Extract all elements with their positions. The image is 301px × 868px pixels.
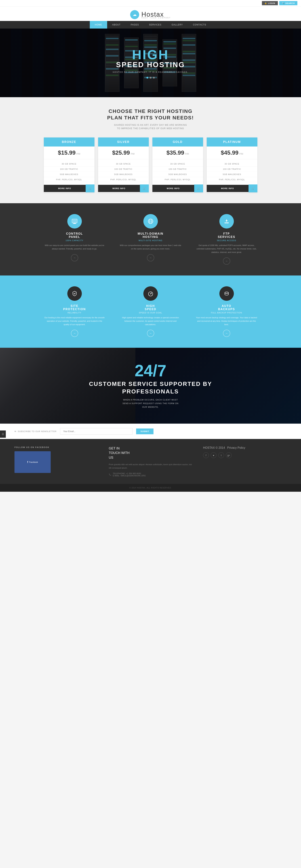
nav-item-about[interactable]: ABOUT [107, 21, 126, 29]
hero-title-main: SPEED HOSTING [113, 61, 188, 69]
feature-item: PHP, PERL/CGI, MYSQL [153, 177, 203, 182]
high-speed-icon [143, 286, 158, 301]
control-panel-icon [67, 214, 82, 228]
nav-item-services[interactable]: SERVICES [144, 21, 166, 29]
hero-dot-3[interactable] [153, 77, 155, 79]
multi-domain-title: MULTI-DOMAINHOSTING [138, 232, 163, 239]
nav-item-home[interactable]: HOME [90, 21, 107, 29]
feature-item: 5GB MAILBOXES [207, 172, 257, 177]
footer-contact-title: GET INTOUCH WITHUS [109, 446, 192, 460]
platinum-more-info-button[interactable]: MORE INFO [207, 185, 248, 192]
lock-icon: 🔒 [265, 2, 267, 4]
bronze-more-info-button[interactable]: MORE INFO [44, 185, 86, 192]
multi-domain-desc: With our comprehensive packages you can … [120, 244, 181, 250]
high-speed-title: HIGHSPEED [145, 304, 156, 311]
control-panel-desc: With our easy-to-use control panel you c… [44, 244, 105, 250]
rss-social-icon[interactable]: ● [211, 452, 217, 458]
plan-gold-features: 30 GB SPACE 100 GB TRAFFIC 5GB MAILBOXES… [153, 159, 203, 184]
plan-platinum-period: P/M [239, 153, 243, 155]
logo-area: ☁ Hostax HOST YOUR COMPANY [130, 10, 171, 19]
facebook-social-icon[interactable]: f [203, 452, 209, 458]
logo-icon: ☁ [130, 10, 139, 19]
newsletter-input[interactable] [60, 428, 133, 435]
feature-item: 30 GB SPACE [98, 161, 149, 166]
ftp-link[interactable]: → [223, 257, 230, 265]
search-button[interactable]: 🔍 SEARCH [279, 1, 297, 5]
search-icon: 🔍 [282, 2, 284, 4]
silver-more-info-button[interactable]: MORE INFO [98, 185, 140, 192]
plan-platinum-features: 30 GB SPACE 100 GB TRAFFIC 5GB MAILBOXES… [207, 159, 257, 184]
sidebar-tab[interactable]: ☰ [0, 431, 6, 438]
high-speed-link[interactable]: → [147, 330, 154, 337]
hosting-plans-section: CHOOSE THE RIGHT HOSTINGPLAN THAT FITS Y… [0, 97, 301, 203]
plan-platinum-amount: $45.99 [221, 149, 239, 156]
control-panel-link[interactable]: → [71, 254, 78, 261]
twitter-social-icon[interactable]: t [218, 452, 224, 458]
hero-dot-2[interactable] [150, 77, 152, 79]
footer-bottom: © 2014 HOSTAX. ALL RIGHTS RESERVED. [0, 484, 301, 492]
newsletter-label: ✉ SUBSCRIBE TO OUR NEWSLETTER [15, 430, 56, 433]
footer-contact-text: Proin gravida nibh vel velit auctor aliq… [109, 463, 192, 469]
plan-platinum-footer: MORE INFO 🛒 [207, 184, 257, 192]
silver-cart-button[interactable]: 🛒 [140, 184, 149, 192]
plan-platinum-name: PLATINUM [223, 141, 241, 144]
bronze-cart-button[interactable]: 🛒 [86, 184, 94, 192]
svg-rect-3 [73, 223, 76, 224]
multi-domain-link[interactable]: → [147, 254, 154, 261]
newsletter-bar: ✉ SUBSCRIBE TO OUR NEWSLETTER SUBMIT [0, 424, 301, 439]
high-speed-desc: High-speed and reliable technology creat… [120, 316, 181, 326]
auto-backups-link[interactable]: → [223, 330, 230, 337]
platinum-cart-button[interactable]: 🛒 [248, 184, 257, 192]
hero-content: HIGH SPEED HOSTING HOSTED BY OUR COMPANY… [113, 47, 188, 79]
nav-item-contacts[interactable]: CONTACTS [188, 21, 211, 29]
site-protection-link[interactable]: → [71, 330, 78, 337]
nav-item-gallery[interactable]: GALLERY [166, 21, 188, 29]
gold-cart-button[interactable]: 🛒 [194, 184, 203, 192]
facebook-widget: f Facebook [15, 451, 51, 473]
plan-bronze-name: BRONZE [62, 141, 76, 144]
footer-privacy-link[interactable]: Privacy Policy [227, 446, 245, 449]
hero-title-high: HIGH [113, 47, 188, 62]
plan-gold: GOLD $35.99 P/M 30 GB SPACE 100 GB TRAFF… [153, 137, 203, 192]
hero-dot-1[interactable] [146, 77, 148, 79]
hosting-section-title: CHOOSE THE RIGHT HOSTINGPLAN THAT FITS Y… [15, 108, 286, 121]
feature-item: 100 GB TRAFFIC [153, 166, 203, 172]
hero-dots [113, 77, 188, 79]
phone-icon: 📞 [109, 473, 111, 476]
newsletter-submit-button[interactable]: SUBMIT [136, 429, 154, 434]
plan-silver: SILVER $25.99 P/M 30 GB SPACE 100 GB TRA… [98, 137, 149, 192]
hosting-section-desc: SHARED HOSTING IS AN ART. EVERY DAY WE A… [15, 123, 286, 130]
top-bar: 🔒 LOGIN 🔍 SEARCH [0, 0, 301, 6]
site-protection-title: SITEPROTECTION [63, 304, 86, 311]
service-title: CUSTOMER SERVICE SUPPORTED BYPROFESSIONA… [89, 380, 212, 395]
plan-bronze-header: BRONZE [44, 137, 94, 147]
svg-point-14 [150, 293, 151, 294]
nav-item-pages[interactable]: PAGES [126, 21, 144, 29]
plan-platinum: PLATINUM $45.99 P/M 30 GB SPACE 100 GB T… [207, 137, 257, 192]
plan-platinum-price-area: $45.99 P/M [207, 147, 257, 159]
feature-item: 30 GB SPACE [153, 161, 203, 166]
plan-bronze-amount: $15.99 [58, 149, 76, 156]
googleplus-social-icon[interactable]: g+ [226, 452, 232, 458]
feature-item: 100 GB TRAFFIC [44, 166, 94, 172]
feature-item: 100 GB TRAFFIC [207, 166, 257, 172]
feature-item: 5GB MAILBOXES [44, 172, 94, 177]
gold-more-info-button[interactable]: MORE INFO [153, 185, 194, 192]
feature-site-protection: SITEPROTECTION RELIABILITY Our hosting i… [44, 286, 105, 337]
footer-facebook-col: FOLLOW US ON FACEBOOK f Facebook [15, 446, 98, 473]
blue-features-section: SITEPROTECTION RELIABILITY Our hosting i… [0, 276, 301, 348]
login-label: LOGIN [268, 2, 275, 4]
footer-phone: 📞 TELEPHONE: +1 356 983 6630 E-MAIL: SMI… [109, 472, 192, 477]
ftp-desc: Get quota of 1000 Mb, unlimited POP3 acc… [196, 244, 257, 254]
plan-silver-footer: MORE INFO 🛒 [98, 184, 149, 192]
login-button[interactable]: 🔒 LOGIN [262, 1, 278, 5]
feature-item: 5GB MAILBOXES [153, 172, 203, 177]
plan-silver-price-area: $25.99 P/M [98, 147, 149, 159]
svg-point-10 [227, 223, 228, 223]
high-speed-subtitle: SPEED IS OUR GOAL [139, 312, 162, 314]
plan-bronze-features: 30 GB SPACE 100 GB TRAFFIC 5GB MAILBOXES… [44, 159, 94, 184]
multi-domain-subtitle: MULTI-SITE HOSTING [139, 239, 162, 242]
main-nav: HOME ABOUT PAGES SERVICES GALLERY CONTAC… [0, 21, 301, 29]
plan-gold-name: GOLD [173, 141, 183, 144]
facebook-icon: f [27, 461, 28, 464]
